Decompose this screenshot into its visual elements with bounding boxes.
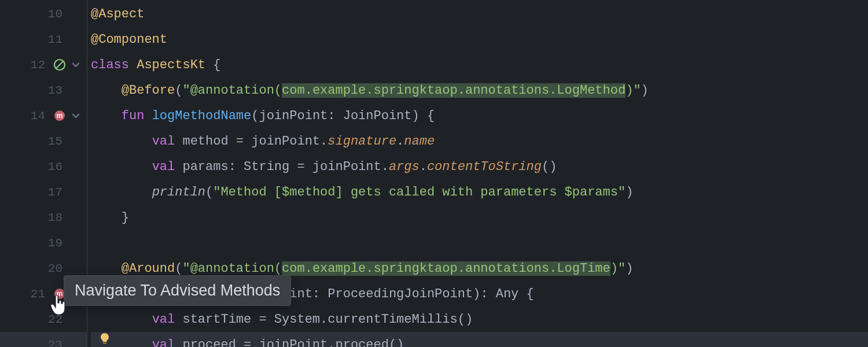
property: contentToString bbox=[427, 160, 542, 174]
code-line: fun logMethodName(joinPoint: JoinPoint) … bbox=[91, 103, 868, 128]
string: @annotation( bbox=[190, 83, 282, 98]
intention-bulb-icon[interactable] bbox=[98, 332, 111, 347]
string-reference: com.example.springktaop.annotations.LogM… bbox=[282, 83, 626, 98]
tooltip-text: Navigate To Advised Methods bbox=[75, 282, 280, 299]
code-line: @Component bbox=[91, 27, 868, 52]
code-line: val params: String = joinPoint.args.cont… bbox=[91, 154, 868, 179]
gutter-row: 12 bbox=[0, 52, 87, 77]
keyword: val bbox=[152, 338, 183, 348]
signature: (joinPoint: JoinPoint) { bbox=[251, 109, 435, 123]
line-number: 13 bbox=[41, 84, 62, 97]
annotation: @Before bbox=[122, 83, 175, 98]
svg-rect-6 bbox=[103, 342, 106, 344]
gutter-row: 15 bbox=[0, 128, 87, 154]
keyword: val bbox=[152, 134, 183, 149]
string: @annotation( bbox=[190, 261, 282, 276]
gutter-row: 22 bbox=[0, 307, 87, 332]
line-number: 11 bbox=[41, 33, 62, 46]
property: name bbox=[404, 134, 435, 149]
svg-text:m: m bbox=[57, 112, 63, 120]
brace: } bbox=[122, 211, 129, 225]
string-reference: com.example.springktaop.annotations.LogT… bbox=[282, 261, 610, 276]
annotation: @Component bbox=[91, 32, 167, 47]
gutter-row: 18 bbox=[0, 205, 87, 230]
line-number: 21 bbox=[23, 287, 45, 301]
aop-advice-icon[interactable]: m bbox=[52, 108, 67, 123]
code-line: val startTime = System.currentTimeMillis… bbox=[91, 307, 868, 332]
line-number: 15 bbox=[41, 135, 62, 148]
gutter-row: 11 bbox=[0, 27, 87, 52]
function-name: logMethodName bbox=[152, 109, 252, 123]
property: signature bbox=[328, 134, 396, 149]
line-number: 17 bbox=[41, 186, 62, 199]
svg-line-1 bbox=[56, 61, 63, 68]
line-number: 14 bbox=[23, 109, 45, 123]
code-line: @Before("@annotation(com.example.springk… bbox=[91, 77, 868, 103]
property: args bbox=[389, 160, 420, 174]
gutter-row: 14 m bbox=[0, 103, 87, 128]
code-line: } bbox=[91, 205, 868, 230]
class-icon[interactable] bbox=[52, 57, 67, 72]
line-number: 12 bbox=[23, 58, 45, 72]
gutter-row: 23 bbox=[0, 332, 87, 347]
keyword: val bbox=[152, 160, 183, 174]
line-number: 18 bbox=[41, 211, 62, 224]
gutter-row: 16 bbox=[0, 154, 87, 179]
code-line: val method = joinPoint.signature.name bbox=[91, 128, 868, 154]
code-line-current: val proceed = joinPoint.proceed() bbox=[91, 332, 868, 347]
gutter-row: 19 bbox=[0, 230, 87, 256]
fold-toggle-icon[interactable] bbox=[69, 109, 82, 122]
annotation: @Aspect bbox=[91, 7, 144, 21]
keyword: class bbox=[91, 58, 137, 72]
line-number: 10 bbox=[41, 8, 62, 21]
brace: { bbox=[213, 58, 220, 72]
annotation: @Around bbox=[122, 261, 175, 276]
function-call: println bbox=[152, 185, 205, 200]
line-number: 19 bbox=[41, 237, 62, 250]
gutter-row: 10 bbox=[0, 1, 87, 27]
hand-cursor-icon bbox=[50, 295, 67, 322]
code-line bbox=[91, 230, 868, 256]
code-line: println("Method [$method] gets called wi… bbox=[91, 179, 868, 205]
code-line: @Aspect bbox=[91, 1, 868, 27]
gutter-row: 17 bbox=[0, 179, 87, 205]
fold-toggle-icon[interactable] bbox=[69, 58, 82, 71]
line-number: 23 bbox=[41, 338, 62, 348]
gutter-row: 13 bbox=[0, 77, 87, 103]
gutter-tooltip[interactable]: Navigate To Advised Methods bbox=[64, 275, 291, 306]
keyword: val bbox=[152, 312, 183, 327]
line-number: 20 bbox=[41, 262, 62, 275]
keyword: fun bbox=[122, 109, 152, 123]
class-name: AspectsKt bbox=[137, 58, 213, 72]
line-number: 16 bbox=[41, 160, 62, 174]
string: "Method [$method] gets called with param… bbox=[213, 185, 626, 200]
code-line: class AspectsKt { bbox=[91, 52, 868, 77]
